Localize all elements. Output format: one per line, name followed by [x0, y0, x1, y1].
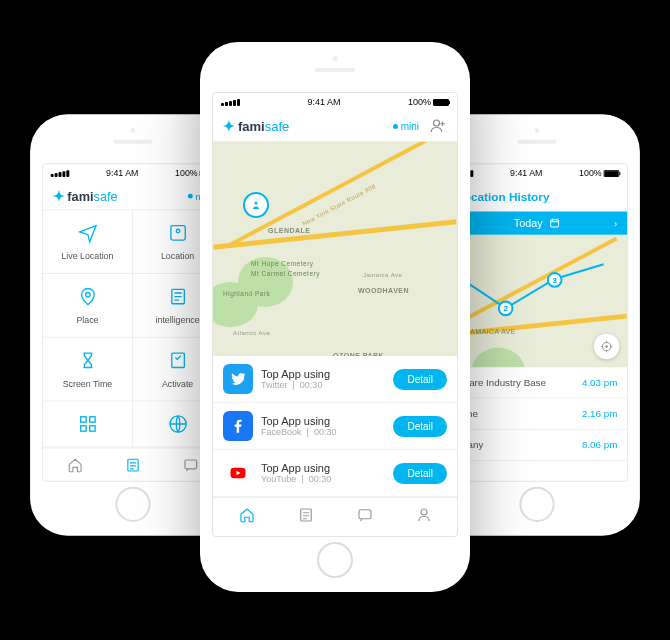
svg-point-16 [255, 202, 258, 205]
profile-selector[interactable]: mini [393, 121, 419, 132]
app-row: Top App usingFaceBook|00:30 Detail [213, 403, 457, 450]
chevron-right-icon: › [614, 218, 617, 229]
detail-button[interactable]: Detail [393, 416, 447, 437]
svg-point-2 [85, 293, 89, 297]
svg-rect-7 [80, 426, 85, 431]
status-battery: 100% [408, 97, 431, 107]
path-point-3[interactable]: 3 [547, 272, 563, 288]
history-row[interactable]: npany8.06 pm [447, 430, 627, 461]
history-row[interactable]: ftware Industry Base4.03 pm [447, 367, 627, 398]
calendar-icon [548, 217, 560, 229]
feature-apps[interactable] [43, 401, 133, 447]
detail-button[interactable]: Detail [393, 463, 447, 484]
svg-rect-8 [89, 426, 94, 431]
logo: ✦famisafe [223, 118, 289, 134]
tab-messages[interactable] [356, 506, 374, 528]
app-header: ✦famisafe mini [213, 111, 457, 142]
top-apps-list: Top App usingTwitter|00:30 Detail Top Ap… [213, 356, 457, 497]
svg-rect-4 [171, 353, 184, 367]
tab-bar [43, 448, 223, 482]
svg-point-19 [421, 509, 427, 515]
feature-screen-time[interactable]: Screen Time [43, 338, 133, 402]
tab-profile[interactable] [415, 506, 433, 528]
status-time: 9:41 AM [307, 97, 340, 107]
twitter-icon [223, 364, 253, 394]
svg-point-1 [176, 229, 180, 233]
detail-button[interactable]: Detail [393, 369, 447, 390]
map[interactable]: 1 2 3 Jamaica Ave [447, 235, 627, 367]
status-bar: 9:41 AM 100% [213, 93, 457, 111]
history-row[interactable]: kone2.16 pm [447, 399, 627, 430]
path-point-2[interactable]: 2 [498, 301, 514, 317]
svg-point-15 [434, 120, 440, 126]
svg-rect-12 [550, 220, 558, 227]
tab-home[interactable] [238, 506, 256, 528]
tab-list[interactable] [124, 456, 142, 478]
status-time: 9:41 AM [106, 168, 138, 178]
feature-live-location[interactable]: Live Location [43, 210, 133, 274]
feature-place[interactable]: Place [43, 274, 133, 338]
app-row: Top App usingYouTube|00:30 Detail [213, 450, 457, 497]
svg-rect-6 [89, 417, 94, 422]
tab-bar [213, 497, 457, 536]
app-header: ✦famisafe mini [43, 182, 223, 210]
page-title: Location History [447, 182, 627, 211]
status-battery: 100% [175, 168, 198, 178]
location-pin[interactable] [243, 192, 269, 218]
date-selector[interactable]: Today› [447, 211, 627, 235]
svg-point-14 [606, 346, 608, 348]
logo: ✦famisafe [53, 188, 118, 204]
status-bar: 9:41 AM 100% [43, 164, 223, 182]
tab-home[interactable] [67, 456, 85, 478]
app-row: Top App usingTwitter|00:30 Detail [213, 356, 457, 403]
tab-list[interactable] [297, 506, 315, 528]
locate-button[interactable] [594, 334, 619, 359]
svg-rect-5 [80, 417, 85, 422]
youtube-icon [223, 458, 253, 488]
map[interactable]: GLENDALE WOODHAVEN OZONE PARK Mt Hope Ce… [213, 142, 457, 356]
add-user-icon[interactable] [429, 117, 447, 135]
tab-messages[interactable] [182, 456, 200, 478]
status-bar: 9:41 AM 100% [447, 164, 627, 182]
facebook-icon [223, 411, 253, 441]
